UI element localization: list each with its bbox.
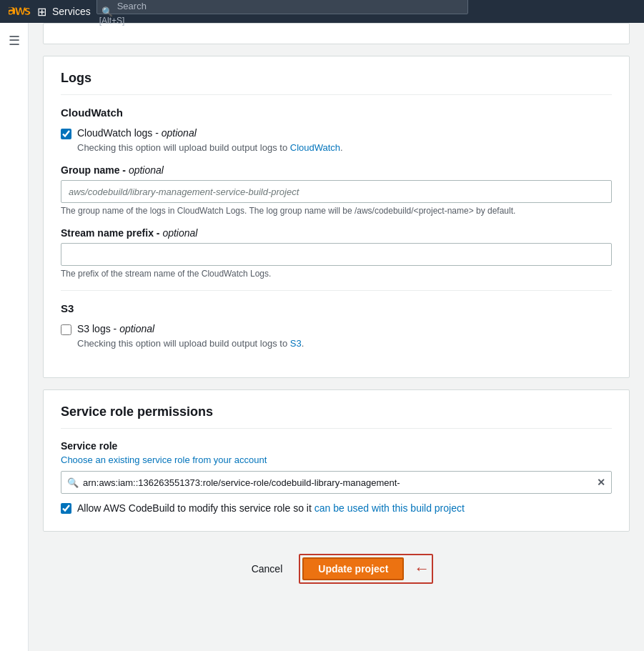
allow-modify-row: Allow AWS CodeBuild to modify this servi…	[61, 502, 612, 514]
cloudwatch-checkbox-row: CloudWatch logs - optional	[61, 127, 612, 139]
stream-name-label: Stream name prefix - optional	[61, 227, 612, 239]
role-value: arn:aws:iam::136263551373:role/service-r…	[83, 477, 593, 488]
search-bar[interactable]: 🔍 [Alt+S]	[96, 0, 468, 26]
s3-link[interactable]: S3	[290, 338, 302, 349]
service-role-select[interactable]: 🔍 arn:aws:iam::136263551373:role/service…	[61, 471, 612, 494]
logs-panel: Logs CloudWatch CloudWatch logs - option…	[43, 56, 630, 378]
grid-icon[interactable]: ⊞	[37, 5, 46, 19]
sidebar-menu-icon[interactable]: ☰	[4, 29, 24, 53]
s3-section-title: S3	[61, 302, 612, 314]
logs-panel-title: Logs	[61, 71, 612, 95]
cancel-button[interactable]: Cancel	[243, 559, 292, 579]
allow-modify-link[interactable]: can be used with this build project	[314, 502, 465, 514]
main-content: Logs CloudWatch CloudWatch logs - option…	[29, 23, 644, 616]
top-navigation: ⊞ Services 🔍 [Alt+S]	[0, 0, 644, 23]
s3-logs-checkbox[interactable]	[61, 324, 71, 335]
cloudwatch-logs-checkbox[interactable]	[61, 129, 71, 139]
group-name-label: Group name - optional	[61, 164, 612, 176]
top-bar-placeholder	[43, 23, 630, 44]
arrow-icon: ←	[414, 560, 430, 578]
cloudwatch-logs-desc: Checking this option will upload build o…	[77, 142, 612, 153]
role-clear-icon[interactable]: ✕	[597, 477, 605, 488]
stream-name-input[interactable]	[61, 243, 612, 266]
section-divider	[61, 290, 612, 291]
s3-checkbox-row: S3 logs - optional	[61, 323, 612, 335]
search-icon: 🔍	[101, 6, 113, 17]
allow-modify-checkbox[interactable]	[61, 503, 71, 514]
allow-modify-label[interactable]: Allow AWS CodeBuild to modify this servi…	[77, 502, 465, 514]
group-name-input[interactable]	[61, 180, 612, 203]
services-link[interactable]: Services	[52, 6, 91, 17]
s3-logs-desc: Checking this option will upload build o…	[77, 338, 612, 349]
role-search-icon: 🔍	[67, 477, 79, 488]
service-role-panel-title: Service role permissions	[61, 404, 612, 429]
update-project-button[interactable]: Update project	[302, 557, 404, 580]
stream-name-hint: The prefix of the stream name of the Clo…	[61, 269, 612, 279]
service-role-hint: Choose an existing service role from you…	[61, 454, 612, 465]
search-input[interactable]	[96, 0, 468, 14]
group-name-hint: The group name of the logs in CloudWatch…	[61, 206, 612, 216]
service-role-panel: Service role permissions Service role Ch…	[43, 389, 630, 532]
aws-logo	[9, 4, 31, 19]
footer-bar: Cancel Update project ←	[43, 543, 630, 587]
update-button-wrapper: Update project ←	[302, 557, 430, 580]
service-role-label: Service role	[61, 440, 612, 452]
cloudwatch-section-title: CloudWatch	[61, 106, 612, 119]
search-shortcut: [Alt+S]	[99, 16, 125, 26]
cloudwatch-link[interactable]: CloudWatch	[290, 142, 340, 153]
s3-logs-label[interactable]: S3 logs - optional	[77, 323, 154, 334]
cloudwatch-logs-label[interactable]: CloudWatch logs - optional	[77, 127, 197, 139]
sidebar: ☰	[0, 23, 29, 616]
